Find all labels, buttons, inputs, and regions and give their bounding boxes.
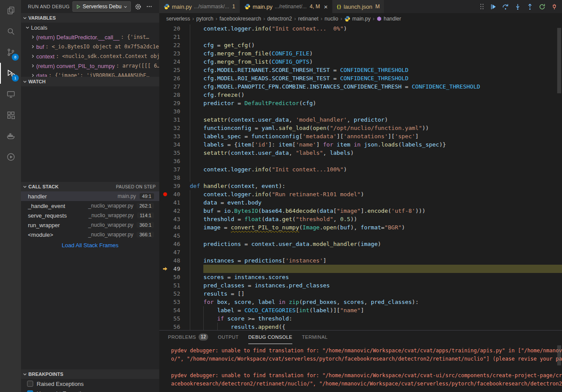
line-number[interactable]: 27 (167, 82, 180, 91)
code-line-44[interactable]: 44 image = convert_PIL_to_numpy(Image.op… (159, 223, 562, 232)
code-line-54[interactable]: 54 label = COCO_CATEGORIES[int(label)]["… (159, 306, 562, 314)
code-line-27[interactable]: 27 cfg.MODEL.PANOPTIC_FPN.COMBINE.INSTAN… (159, 82, 562, 91)
line-number[interactable]: 40 (167, 190, 180, 198)
editor-tab-main.py[interactable]: main.py.../retinanet/...4, M× (240, 0, 332, 13)
code-line-43[interactable]: 43 threshold = float(data.get("threshold… (159, 215, 562, 223)
line-number[interactable]: 39 (167, 182, 180, 190)
line-number[interactable]: 29 (167, 99, 180, 107)
more-actions-icon[interactable] (145, 2, 154, 11)
breakpoint-checkbox[interactable] (27, 390, 33, 392)
line-number[interactable]: 42 (167, 207, 180, 215)
variable-row[interactable]: buf: <_io.BytesIO object at 0x7f5a2dc1ec… (21, 42, 159, 51)
line-number[interactable]: 21 (167, 33, 180, 41)
line-number[interactable]: 22 (167, 41, 180, 49)
code-line-38[interactable]: 38 (159, 174, 562, 182)
line-number[interactable]: 53 (167, 298, 180, 306)
panel-tab-terminal[interactable]: TERMINAL (302, 331, 328, 344)
editor-scrollbar[interactable] (557, 28, 561, 93)
panel-tab-output[interactable]: OUTPUT (218, 331, 239, 344)
breadcrumb-item-pytorch[interactable]: pytorch (196, 16, 213, 22)
code-editor[interactable]: 20 context.logger.info("Init context... … (159, 24, 562, 330)
line-number[interactable]: 41 (167, 198, 180, 207)
debug-console-output[interactable]: pydev debugger: unable to find translati… (159, 344, 562, 392)
panel-tab-debug-console[interactable]: DEBUG CONSOLE (248, 331, 292, 344)
code-line-53[interactable]: 53 for box, score, label in zip(pred_box… (159, 298, 562, 306)
code-line-39[interactable]: 39def handler(context, event): (159, 182, 562, 190)
code-line-37[interactable]: 37 context.logger.info("Init context...1… (159, 165, 562, 174)
variable-row[interactable]: data: {'image': 'iVBOR0KG…AAAANSUhE… (21, 71, 159, 77)
variables-section-header[interactable]: VARIABLES (21, 13, 159, 23)
variables-scope-locals[interactable]: Locals (21, 23, 159, 32)
variable-row[interactable]: (return) DefaultPredictor.__call__: {'in… (21, 32, 159, 42)
breadcrumb-item-serverless[interactable]: serverless (166, 16, 190, 22)
activity-item-explorer[interactable] (0, 0, 21, 21)
step-into-button[interactable] (514, 3, 521, 10)
line-number[interactable]: 31 (167, 116, 180, 124)
code-line-56[interactable]: 56 results.append({ (159, 323, 562, 330)
line-number[interactable]: 38 (167, 174, 180, 182)
line-number[interactable]: 26 (167, 74, 180, 82)
code-line-40[interactable]: 40 context.logger.info("Run retinanet-R1… (159, 190, 562, 198)
code-line-33[interactable]: 33 labels_spec = functionconfig['metadat… (159, 132, 562, 140)
code-line-42[interactable]: 42 buf = io.BytesIO(base64.b64decode(dat… (159, 207, 562, 215)
code-line-52[interactable]: 52 results = [] (159, 290, 562, 298)
grip-icon[interactable] (479, 3, 484, 10)
code-line-31[interactable]: 31 setattr(context.user_data, 'model_han… (159, 116, 562, 124)
line-number[interactable]: 32 (167, 124, 180, 132)
stack-frame-handler[interactable]: handlermain.py49:1 (21, 191, 159, 201)
editor-tab-main.py[interactable]: main.py.../siammask/...1 (159, 0, 240, 13)
breakpoints-section-header[interactable]: BREAKPOINTS (21, 369, 159, 379)
code-line-49[interactable]: 49 pred_boxes = instances.pred_boxesYou,… (159, 265, 562, 273)
continue-icon[interactable] (490, 3, 497, 10)
restart-icon[interactable] (539, 3, 545, 10)
line-number[interactable]: 45 (167, 232, 180, 240)
code-line-48[interactable]: 48 instances = predictions['instances'] (159, 256, 562, 265)
line-number[interactable]: 55 (167, 314, 180, 323)
watch-section-header[interactable]: WATCH (21, 77, 159, 86)
step-over-button[interactable] (502, 3, 509, 10)
code-line-29[interactable]: 29 predictor = DefaultPredictor(cfg) (159, 99, 562, 107)
line-number[interactable]: 49 (167, 265, 180, 273)
code-line-51[interactable]: 51 pred_classes = instances.pred_classes (159, 281, 562, 290)
code-line-28[interactable]: 28 cfg.freeze() (159, 91, 562, 99)
breadcrumb-item-nuclio[interactable]: nuclio (325, 16, 338, 22)
line-number[interactable]: 30 (167, 107, 180, 116)
continue-button[interactable] (490, 3, 497, 10)
variable-row[interactable]: (return) convert_PIL_to_numpy: array([[[… (21, 61, 159, 71)
line-number[interactable]: 25 (167, 66, 180, 74)
line-number[interactable]: 34 (167, 140, 180, 149)
line-number[interactable]: 54 (167, 306, 180, 314)
code-line-45[interactable]: 45 (159, 232, 562, 240)
line-number[interactable]: 56 (167, 323, 180, 330)
line-number[interactable]: 23 (167, 49, 180, 58)
breakpoint-checkbox[interactable] (27, 381, 33, 387)
stack-frame-_handle_event[interactable]: _handle_event_nuclio_wrapper.py262:1 (21, 201, 159, 211)
line-number[interactable]: 48 (167, 256, 180, 265)
activity-item-test-explorer[interactable] (0, 147, 21, 167)
code-line-23[interactable]: 23 cfg.merge_from_file(CONFIG_FILE) (159, 49, 562, 58)
step-out-icon[interactable] (527, 3, 533, 10)
disconnect-button[interactable] (551, 3, 558, 10)
line-number[interactable]: 43 (167, 215, 180, 223)
breadcrumb-item-facebookresearch[interactable]: facebookresearch (219, 16, 261, 22)
code-line-24[interactable]: 24 cfg.merge_from_list(CONFIG_OPTS) (159, 58, 562, 66)
line-number[interactable]: 44 (167, 223, 180, 232)
panel-scrollbar[interactable] (557, 345, 561, 365)
grip-button[interactable] (479, 3, 484, 10)
line-number[interactable]: 35 (167, 149, 180, 157)
stack-frame-serve_requests[interactable]: serve_requests_nuclio_wrapper.py114:1 (21, 211, 159, 220)
code-line-20[interactable]: 20 context.logger.info("Init context... … (159, 24, 562, 33)
activity-item-source-control[interactable]: 8 (0, 42, 21, 63)
line-number[interactable]: 33 (167, 132, 180, 140)
code-line-22[interactable]: 22 cfg = get_cfg() (159, 41, 562, 49)
stack-frame-run_wrapper[interactable]: run_wrapper_nuclio_wrapper.py360:1 (21, 220, 159, 230)
breadcrumb-item-handler[interactable]: handler (377, 16, 401, 22)
line-number[interactable]: 20 (167, 24, 180, 33)
code-area[interactable]: 20 context.logger.info("Init context... … (159, 24, 562, 330)
activity-item-search[interactable] (0, 21, 21, 42)
code-line-25[interactable]: 25 cfg.MODEL.RETINANET.SCORE_THRESH_TEST… (159, 66, 562, 74)
activity-item-extensions[interactable] (0, 105, 21, 126)
code-line-36[interactable]: 36 (159, 157, 562, 165)
code-line-47[interactable]: 47 (159, 248, 562, 256)
call-stack-section-header[interactable]: CALL STACK PAUSED ON STEP (21, 182, 159, 191)
